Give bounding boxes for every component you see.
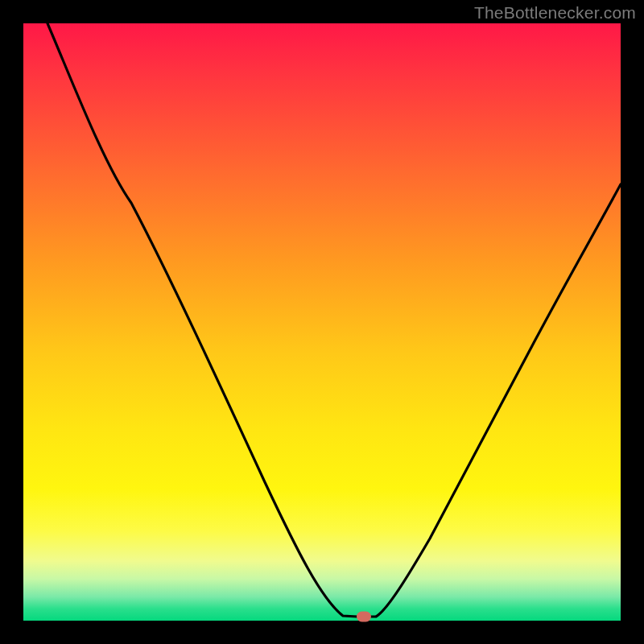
curve-path [47,23,621,617]
watermark-text: TheBottlenecker.com [474,3,636,23]
chart-stage: TheBottlenecker.com [0,0,644,644]
optimal-point-marker [357,612,371,622]
bottleneck-curve [23,23,621,621]
plot-area [23,23,621,621]
